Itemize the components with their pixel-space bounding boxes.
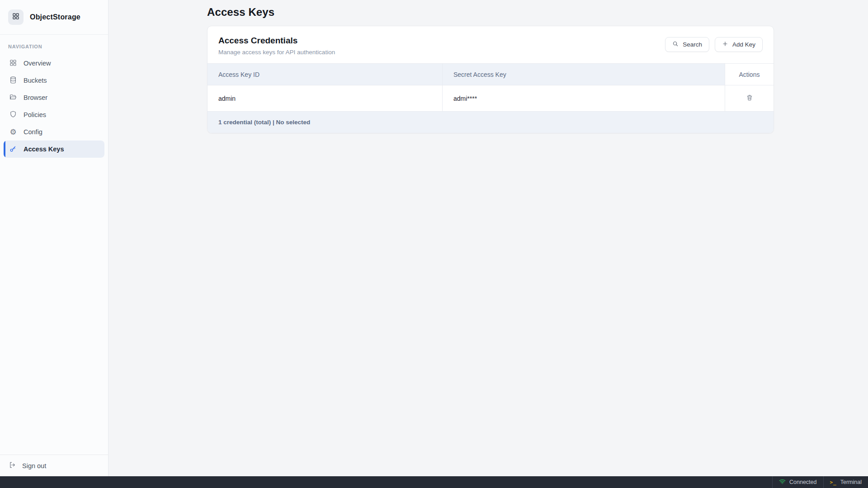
- sign-out-label: Sign out: [22, 462, 46, 469]
- grid-icon: [9, 59, 17, 68]
- table-footer-text: 1 credential (total) | No selected: [218, 119, 310, 126]
- table-footer: 1 credential (total) | No selected: [208, 112, 774, 133]
- connection-status-label: Connected: [789, 479, 816, 485]
- key-icon: [9, 145, 17, 154]
- delete-key-button[interactable]: [744, 92, 755, 104]
- terminal-prompt-icon: >_: [830, 479, 837, 485]
- terminal-launcher[interactable]: >_ Terminal: [823, 476, 868, 488]
- logout-icon: [8, 461, 16, 470]
- sidebar-header: ObjectStorage: [0, 0, 108, 35]
- sign-out-button[interactable]: Sign out: [8, 461, 100, 470]
- connection-status: Connected: [772, 476, 823, 488]
- card-subtitle: Manage access keys for API authenticatio…: [218, 49, 335, 56]
- app-logo-button[interactable]: [8, 9, 24, 25]
- card-title: Access Credentials: [218, 36, 335, 46]
- credentials-table: Access Key ID Secret Access Key Actions …: [208, 63, 774, 133]
- grid-icon: [12, 12, 20, 22]
- card-actions: Search Add Key: [665, 36, 763, 52]
- column-header-secret-access-key: Secret Access Key: [443, 64, 725, 85]
- table-header-row: Access Key ID Secret Access Key Actions: [208, 64, 774, 85]
- sidebar-item-overview[interactable]: Overview: [0, 55, 108, 72]
- table-row[interactable]: admin admi****: [208, 85, 774, 112]
- main-row: ObjectStorage NAVIGATION Overview: [0, 0, 868, 476]
- add-key-button[interactable]: Add Key: [715, 37, 763, 52]
- folder-icon: [9, 93, 17, 103]
- sidebar-item-access-keys[interactable]: Access Keys: [4, 141, 104, 158]
- sidebar-item-label: Overview: [24, 60, 51, 67]
- wifi-icon: [779, 479, 786, 486]
- search-icon: [672, 41, 679, 48]
- app-root: ObjectStorage NAVIGATION Overview: [0, 0, 868, 488]
- sidebar-item-label: Policies: [24, 111, 46, 118]
- taskbar: Connected >_ Terminal: [0, 476, 868, 488]
- column-header-access-key-id: Access Key ID: [208, 64, 443, 85]
- access-credentials-card: Access Credentials Manage access keys fo…: [207, 26, 774, 133]
- terminal-label: Terminal: [840, 479, 862, 485]
- cell-secret-access-key: admi****: [443, 85, 725, 111]
- sidebar: ObjectStorage NAVIGATION Overview: [0, 0, 108, 476]
- sidebar-item-label: Config: [24, 128, 42, 136]
- sidebar-item-label: Access Keys: [24, 145, 64, 153]
- page-title: Access Keys: [207, 6, 774, 19]
- sidebar-item-policies[interactable]: Policies: [0, 106, 108, 123]
- plus-icon: [722, 41, 728, 48]
- database-icon: [9, 76, 17, 85]
- shield-icon: [9, 110, 17, 120]
- column-header-actions: Actions: [725, 64, 774, 85]
- main-content: Access Keys Access Credentials Manage ac…: [108, 0, 868, 476]
- app-title: ObjectStorage: [30, 13, 80, 21]
- cell-access-key-id: admin: [208, 85, 443, 111]
- sidebar-footer: Sign out: [0, 455, 108, 476]
- gear-icon: ⚙: [9, 128, 17, 136]
- add-key-button-label: Add Key: [732, 41, 755, 48]
- search-button-label: Search: [683, 41, 702, 48]
- sidebar-item-label: Buckets: [24, 77, 47, 84]
- nav-section-label: NAVIGATION: [0, 44, 108, 49]
- trash-icon: [746, 94, 753, 103]
- sidebar-item-label: Browser: [24, 94, 47, 101]
- sidebar-item-browser[interactable]: Browser: [0, 89, 108, 106]
- search-button[interactable]: Search: [665, 37, 709, 52]
- card-header-text: Access Credentials Manage access keys fo…: [218, 36, 335, 56]
- card-header: Access Credentials Manage access keys fo…: [208, 26, 774, 63]
- sidebar-item-config[interactable]: ⚙ Config: [0, 123, 108, 141]
- cell-actions: [725, 85, 774, 111]
- sidebar-nav: NAVIGATION Overview: [0, 35, 108, 455]
- sidebar-item-buckets[interactable]: Buckets: [0, 72, 108, 89]
